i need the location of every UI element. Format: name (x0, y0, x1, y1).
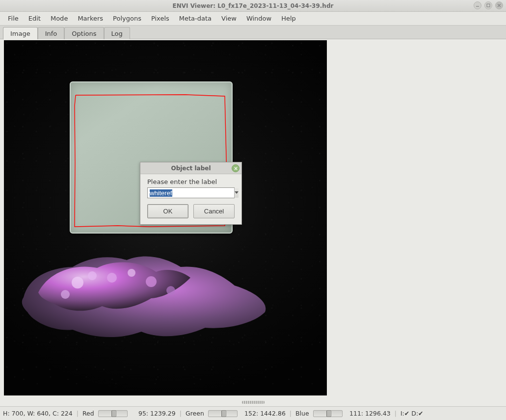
status-green-value: 152: 1442.86 (241, 410, 286, 417)
menu-pixels[interactable]: Pixels (147, 13, 173, 24)
menu-markers[interactable]: Markers (74, 13, 107, 24)
menu-metadata[interactable]: Meta-data (175, 13, 215, 24)
status-blue-label: Blue (295, 410, 309, 417)
maximize-button[interactable] (484, 1, 492, 9)
label-combobox[interactable] (147, 187, 235, 198)
svg-rect-0 (487, 4, 490, 7)
status-blue-value: 111: 1296.43 (346, 410, 391, 417)
svg-point-5 (146, 276, 157, 287)
tab-image[interactable]: Image (3, 27, 38, 39)
menu-polygons[interactable]: Polygons (109, 13, 145, 24)
label-input[interactable] (148, 188, 234, 198)
menu-help[interactable]: Help (277, 13, 300, 24)
status-red-value: 95: 1239.29 (132, 410, 176, 417)
svg-point-4 (128, 269, 135, 277)
ok-button[interactable]: OK (147, 204, 188, 218)
splitter-handle[interactable] (0, 400, 506, 404)
object-label-dialog: Object label Please enter the label OK C… (140, 162, 242, 225)
menu-view[interactable]: View (217, 13, 240, 24)
status-red-label: Red (82, 410, 94, 417)
dialog-title: Object label (171, 165, 211, 172)
statusbar: H: 700, W: 640, C: 224 | Red 95: 1239.29… (0, 406, 506, 420)
tab-log[interactable]: Log (104, 27, 130, 39)
menu-window[interactable]: Window (242, 13, 275, 24)
sample-object (19, 243, 274, 341)
menu-edit[interactable]: Edit (25, 13, 45, 24)
svg-point-1 (72, 277, 83, 289)
chevron-down-icon (235, 191, 239, 194)
tab-options[interactable]: Options (64, 27, 104, 39)
tab-info[interactable]: Info (38, 27, 65, 39)
red-slider[interactable] (98, 410, 128, 417)
dialog-titlebar[interactable]: Object label (140, 162, 241, 174)
main-area: Object label Please enter the label OK C… (0, 39, 506, 406)
svg-point-3 (107, 273, 117, 283)
status-flags: I:✔ D:✔ (400, 410, 424, 417)
menubar: File Edit Mode Markers Polygons Pixels M… (0, 12, 506, 26)
svg-point-2 (88, 271, 97, 280)
status-green-label: Green (186, 410, 204, 417)
blue-slider[interactable] (313, 410, 343, 417)
svg-point-7 (166, 286, 175, 295)
dialog-close-button[interactable] (232, 164, 240, 172)
svg-point-6 (61, 290, 70, 299)
cancel-button[interactable]: Cancel (193, 204, 235, 218)
status-dimensions: H: 700, W: 640, C: 224 (3, 410, 73, 417)
minimize-button[interactable] (474, 1, 481, 9)
menu-file[interactable]: File (4, 13, 23, 24)
tabs-row: Image Info Options Log (0, 26, 506, 39)
green-slider[interactable] (208, 410, 238, 417)
close-button[interactable] (495, 1, 503, 9)
dialog-prompt: Please enter the label (147, 178, 235, 185)
menu-mode[interactable]: Mode (47, 13, 72, 24)
window-titlebar: ENVI Viewer: L0_fx17e_2023-11-13_04-34-3… (0, 0, 506, 12)
splitter-grip-icon (242, 401, 265, 404)
window-title: ENVI Viewer: L0_fx17e_2023-11-13_04-34-3… (173, 2, 334, 9)
dropdown-button[interactable] (234, 188, 239, 198)
